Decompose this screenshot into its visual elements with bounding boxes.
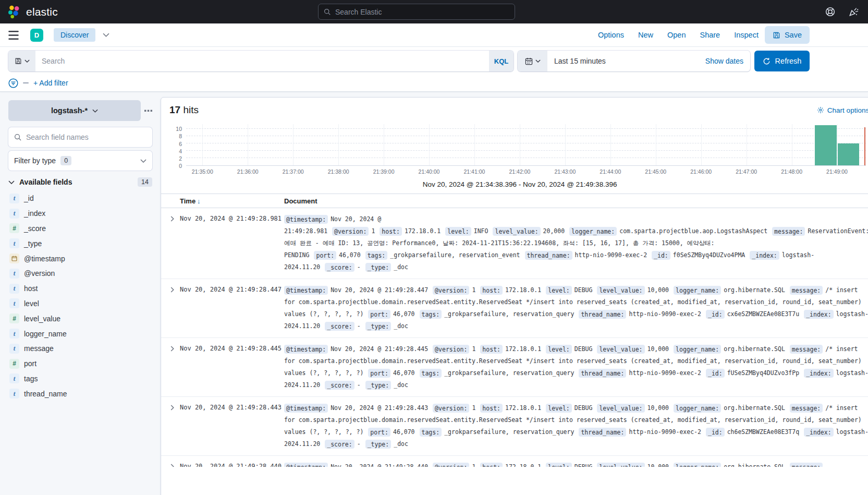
histogram-bar[interactable]: [815, 125, 836, 165]
field-item-_type[interactable]: t_type: [8, 236, 152, 251]
field-item-tags[interactable]: ttags: [8, 371, 152, 387]
chevron-down-icon: [92, 109, 98, 113]
y-gridline: [186, 128, 866, 129]
field-search-input[interactable]: [26, 133, 146, 141]
field-value: 46,070: [393, 369, 415, 377]
chart-time-range-caption: Nov 20, 2024 @ 21:34:38.396 - Nov 20, 20…: [169, 180, 868, 188]
field-badge: level:: [546, 404, 572, 413]
expand-row-button[interactable]: [169, 284, 180, 293]
app-nav-bar: D Discover OptionsNewOpenShareInspect Sa…: [0, 23, 868, 47]
y-axis-tick-label: 10: [169, 126, 182, 132]
field-value: 1: [472, 286, 475, 294]
field-item-level[interactable]: tlevel: [8, 296, 152, 311]
chevron-down-icon: [535, 59, 541, 63]
field-item-host[interactable]: thost: [8, 281, 152, 296]
x-axis-tick-label: 21:46:00: [690, 168, 712, 175]
field-value: org.hibernate.SQL: [724, 345, 785, 353]
expand-row-button[interactable]: [169, 213, 180, 222]
field-item-level_value[interactable]: #level_value: [8, 311, 152, 326]
string-field-icon: t: [9, 373, 19, 383]
available-fields-toggle[interactable]: Available fields 14: [8, 177, 152, 187]
string-field-icon: t: [9, 344, 19, 354]
field-value: 172.18.0.1: [505, 463, 541, 467]
show-dates-button[interactable]: Show dates: [705, 57, 743, 65]
query-input[interactable]: [35, 51, 489, 71]
field-badge: _id:: [652, 251, 670, 260]
nav-link-open[interactable]: Open: [667, 31, 686, 39]
elastic-logo[interactable]: elastic: [7, 5, 58, 19]
field-item-_index[interactable]: t_index: [8, 206, 152, 221]
field-name-label: logger_name: [24, 330, 67, 338]
breadcrumb-chevron-down-icon[interactable]: [103, 33, 109, 37]
field-badge: _type:: [365, 381, 392, 390]
time-range-value[interactable]: Last 15 minutes: [554, 57, 606, 65]
x-axis-tick-label: 21:40:00: [419, 168, 440, 175]
field-item-message[interactable]: tmessage: [8, 341, 152, 356]
nav-link-options[interactable]: Options: [598, 31, 624, 39]
add-filter-button[interactable]: + Add filter: [33, 79, 68, 87]
y-axis-tick-label: 8: [169, 133, 182, 139]
field-value: _grokparsefailure, reservation_query: [444, 428, 574, 436]
nav-link-new[interactable]: New: [638, 31, 653, 39]
global-search-input[interactable]: [335, 8, 509, 16]
filter-by-type[interactable]: Filter by type 0: [8, 151, 152, 171]
field-item-thread_name[interactable]: tthread_name: [8, 386, 152, 401]
query-language-button[interactable]: KQL: [489, 51, 514, 71]
breadcrumb[interactable]: Discover: [54, 28, 95, 42]
newsfeed-icon[interactable]: [849, 7, 859, 17]
table-row: Nov 20, 2024 @ 21:49:28.440@timestamp:No…: [161, 456, 868, 467]
expand-row-button[interactable]: [169, 461, 180, 467]
expand-row-button[interactable]: [169, 343, 180, 352]
x-axis-tick-label: 21:44:00: [600, 168, 621, 175]
saved-query-menu-button[interactable]: [8, 51, 35, 71]
date-field-icon: [9, 253, 19, 263]
histogram-bar[interactable]: [838, 143, 859, 165]
row-time: Nov 20, 2024 @ 21:49:28.440: [180, 461, 284, 467]
y-gridline: [186, 158, 866, 158]
field-badge: host:: [480, 286, 503, 295]
field-badge: _index:: [804, 428, 833, 437]
hits-count: 17: [169, 104, 180, 115]
field-item-_score[interactable]: #_score: [8, 221, 152, 236]
chart-options-button[interactable]: Chart options: [817, 106, 868, 114]
field-name-label: thread_name: [24, 390, 67, 398]
histogram-plot-area: 0246810: [169, 124, 868, 166]
available-fields-count: 14: [138, 177, 152, 187]
field-value: _grokparsefailure, reservation_query: [444, 310, 574, 318]
field-value: http-nio-9090-exec-2: [629, 428, 701, 436]
refresh-button[interactable]: Refresh: [754, 51, 810, 71]
field-value: 10,000: [647, 286, 669, 294]
index-options-icon[interactable]: [144, 110, 152, 112]
field-item-_id[interactable]: t_id: [8, 191, 152, 206]
chevron-down-icon: [140, 159, 146, 163]
x-gridline: [293, 124, 294, 165]
field-badge: logger_name:: [674, 345, 721, 354]
field-value: com.sparta.projectblue.aop.LogstashAspec…: [619, 227, 767, 235]
histogram-x-axis: 21:35:0021:36:0021:37:0021:38:0021:39:00…: [186, 168, 866, 177]
field-name-label: _index: [24, 209, 45, 218]
menu-icon[interactable]: [8, 31, 19, 40]
query-input-group: KQL: [8, 51, 514, 71]
time-column-header[interactable]: Time↓: [180, 197, 284, 205]
field-item-port[interactable]: #port: [8, 356, 152, 371]
field-item-logger_name[interactable]: tlogger_name: [8, 326, 152, 341]
expand-row-button[interactable]: [169, 402, 180, 411]
field-item-@version[interactable]: t@version: [8, 266, 152, 281]
nav-link-inspect[interactable]: Inspect: [734, 31, 759, 39]
filter-icon[interactable]: [8, 78, 18, 88]
histogram-chart: 0246810 21:35:0021:36:0021:37:0021:38:00…: [169, 124, 868, 188]
field-item-@timestamp[interactable]: @timestamp: [8, 251, 152, 266]
quick-select-menu-button[interactable]: [518, 51, 547, 71]
index-pattern-switcher[interactable]: logstash-*: [8, 100, 141, 121]
field-badge: @timestamp:: [284, 286, 328, 295]
x-gridline: [565, 124, 566, 165]
field-search[interactable]: [8, 127, 152, 147]
field-badge: logger_name:: [674, 404, 721, 413]
current-time-marker: [864, 127, 865, 165]
save-button[interactable]: Save: [765, 26, 810, 44]
nav-link-share[interactable]: Share: [700, 31, 720, 39]
field-badge: _index:: [804, 369, 833, 378]
global-search[interactable]: [318, 4, 515, 20]
help-icon[interactable]: [825, 7, 835, 17]
field-badge: tags:: [365, 251, 388, 260]
